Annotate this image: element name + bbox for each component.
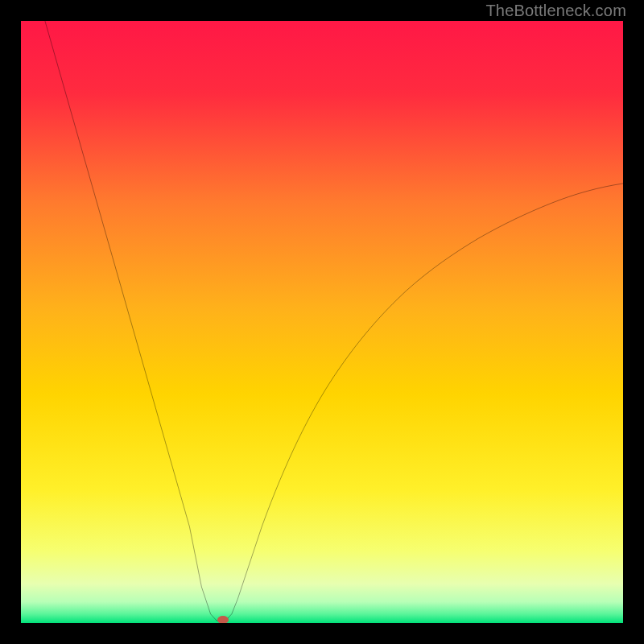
minimum-marker (217, 616, 229, 624)
plot-area (21, 21, 623, 623)
bottleneck-curve (21, 21, 623, 623)
chart-frame: TheBottleneck.com (0, 0, 644, 644)
watermark-text: TheBottleneck.com (485, 2, 626, 20)
